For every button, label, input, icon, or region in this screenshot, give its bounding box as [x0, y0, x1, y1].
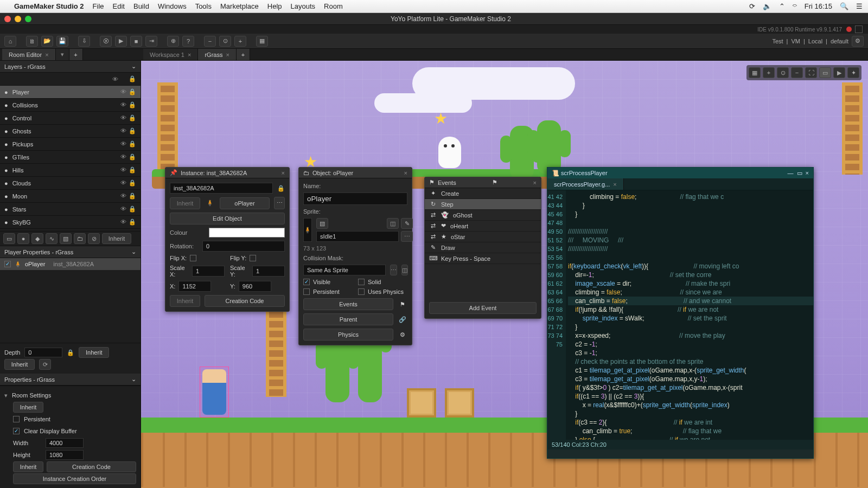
- vp-play-button[interactable]: ▶: [833, 67, 845, 78]
- sprite-edit-button[interactable]: ✎: [401, 218, 413, 229]
- eye-icon[interactable]: 👁: [120, 179, 126, 187]
- mask-menu-button[interactable]: ⋯: [390, 265, 397, 275]
- close-icon[interactable]: ×: [45, 52, 48, 58]
- lock-icon[interactable]: 🔒: [129, 219, 136, 226]
- add-layer-tile-button[interactable]: ◆: [31, 233, 43, 244]
- layer-row-collisions[interactable]: ●Collisions👁🔒: [0, 99, 141, 112]
- bt-icon[interactable]: ⌃: [779, 2, 785, 10]
- instance-name-input[interactable]: [170, 183, 273, 194]
- lock-icon[interactable]: 🔒: [129, 192, 136, 200]
- layer-row-stars[interactable]: ●Stars👁🔒: [0, 203, 141, 216]
- refresh-button[interactable]: ⟳: [39, 359, 51, 370]
- menu-file[interactable]: File: [93, 2, 104, 10]
- room-creation-code-button[interactable]: Creation Code: [47, 461, 136, 472]
- code-content[interactable]: climbing = false; // flag that we c } } …: [568, 192, 813, 450]
- lock-icon[interactable]: 🔒: [129, 140, 136, 147]
- y-input[interactable]: [239, 281, 271, 292]
- target-settings-button[interactable]: ⚙: [852, 36, 864, 47]
- event-ostar[interactable]: ⇄★oStar: [425, 232, 541, 242]
- menu-windows[interactable]: Windows: [158, 2, 187, 10]
- game-options-button[interactable]: ⊕: [167, 36, 179, 47]
- object-panel[interactable]: 🗀Object: oPlayer× Name: Sprite: 🧍 ▧ ◫ ✎: [298, 167, 412, 345]
- tab-workspace-1[interactable]: Workspace 1×: [143, 49, 198, 60]
- eye-icon[interactable]: 👁: [120, 206, 126, 213]
- vp-zoom-reset-button[interactable]: ⊙: [777, 67, 789, 78]
- add-layer-folder-button[interactable]: 🗀: [74, 233, 86, 244]
- add-event-button[interactable]: Add Event: [429, 302, 537, 314]
- vp-zoom-in-button[interactable]: +: [763, 67, 775, 78]
- mask-edit-button[interactable]: ◫: [401, 265, 408, 275]
- player-props-header[interactable]: Player Properties - rGrass⌄: [0, 246, 141, 258]
- layer-row-clouds[interactable]: ●Clouds👁🔒: [0, 177, 141, 190]
- rotation-input[interactable]: [202, 241, 285, 252]
- sprite-menu-button[interactable]: ⋯: [401, 231, 413, 242]
- vp-anim-button[interactable]: ✦: [847, 67, 859, 78]
- layer-row-control[interactable]: ●Control👁🔒: [0, 112, 141, 125]
- solid-checkbox[interactable]: [358, 279, 365, 285]
- sprite-new-button[interactable]: ▧: [316, 218, 328, 229]
- zoom-reset-button[interactable]: ⊙: [219, 36, 231, 47]
- lock-icon[interactable]: 🔒: [129, 127, 136, 134]
- clean-button[interactable]: ⇥: [145, 36, 157, 47]
- stop-button[interactable]: ■: [130, 36, 142, 47]
- visible-checkbox[interactable]: [303, 279, 310, 285]
- help-button[interactable]: ?: [182, 36, 194, 47]
- instance-object-button[interactable]: oPlayer: [220, 197, 270, 209]
- target-local[interactable]: Local: [808, 38, 822, 44]
- persistent-checkbox[interactable]: [303, 288, 310, 295]
- room-editor-tab[interactable]: Room Editor×: [2, 49, 56, 60]
- event-oheart[interactable]: ⇄❤oHeart: [425, 221, 541, 232]
- menu-marketplace[interactable]: Marketplace: [220, 2, 259, 10]
- x-input[interactable]: [178, 281, 211, 292]
- menu-help[interactable]: Help: [267, 2, 282, 10]
- new-project-button[interactable]: 🗎: [26, 36, 38, 47]
- edit-object-button[interactable]: Edit Object: [170, 213, 285, 224]
- layer-row-moon[interactable]: ●Moon👁🔒: [0, 190, 141, 203]
- menu-icon[interactable]: ☰: [856, 2, 863, 10]
- instance-visible-checkbox[interactable]: [4, 261, 11, 267]
- menu-edit[interactable]: Edit: [113, 2, 125, 10]
- layers-header[interactable]: Layers - rGrass⌄: [0, 61, 141, 73]
- lock-icon[interactable]: 🔒: [129, 166, 136, 174]
- events-button[interactable]: Events: [303, 298, 393, 310]
- eye-icon[interactable]: 👁: [120, 153, 126, 160]
- width-input[interactable]: [46, 438, 84, 448]
- target-config[interactable]: default: [831, 38, 848, 44]
- menu-room[interactable]: Room: [324, 2, 343, 10]
- lock-icon[interactable]: 🔒: [129, 179, 136, 187]
- zoom-window[interactable]: [25, 16, 31, 22]
- player-instance[interactable]: [200, 367, 229, 418]
- layer-row-gtiles[interactable]: ●GTiles👁🔒: [0, 151, 141, 164]
- vp-select-button[interactable]: ▭: [819, 67, 831, 78]
- app-name[interactable]: GameMaker Studio 2: [14, 2, 84, 10]
- open-project-button[interactable]: 📂: [41, 36, 53, 47]
- minimize-icon[interactable]: —: [788, 170, 794, 177]
- cc-inherit-button[interactable]: Inherit: [13, 461, 43, 472]
- expand-icon[interactable]: ▾: [4, 392, 8, 399]
- volume-icon[interactable]: 🔈: [763, 2, 771, 10]
- lock-icon[interactable]: 🔒: [277, 185, 285, 192]
- target-test[interactable]: Test: [772, 38, 783, 44]
- height-input[interactable]: [46, 450, 84, 460]
- physics-checkbox[interactable]: [358, 288, 365, 295]
- save-project-button[interactable]: 💾: [56, 36, 68, 47]
- layer-row-hills[interactable]: ●Hills👁🔒: [0, 164, 141, 177]
- menu-layouts[interactable]: Layouts: [291, 2, 316, 10]
- run-button[interactable]: ▶: [115, 36, 127, 47]
- create-exe-button[interactable]: ⇩: [78, 36, 90, 47]
- inst-inherit-button[interactable]: Inherit: [170, 197, 200, 209]
- room-viewport[interactable]: ★ ★ ▦ + ⊙ − ⛶ ▭ ▶ ✦ 📌Instance: inst_38A2…: [141, 61, 868, 488]
- error-indicator-icon[interactable]: [846, 27, 852, 32]
- layer-row-pickups[interactable]: ●Pickups👁🔒: [0, 138, 141, 151]
- depth-inherit-button[interactable]: Inherit: [79, 347, 109, 358]
- event-oghost[interactable]: ⇄👻oGhost: [425, 210, 541, 221]
- eye-icon[interactable]: 👁: [120, 140, 126, 147]
- eye-icon[interactable]: 👁: [120, 192, 126, 200]
- close-icon[interactable]: ×: [282, 170, 285, 176]
- lock-icon[interactable]: 🔒: [129, 88, 136, 95]
- wifi-icon[interactable]: ⌔: [793, 2, 797, 10]
- menu-tools[interactable]: Tools: [195, 2, 212, 10]
- menu-build[interactable]: Build: [133, 2, 149, 10]
- eye-icon[interactable]: 👁: [120, 219, 126, 226]
- scalex-input[interactable]: [192, 266, 225, 277]
